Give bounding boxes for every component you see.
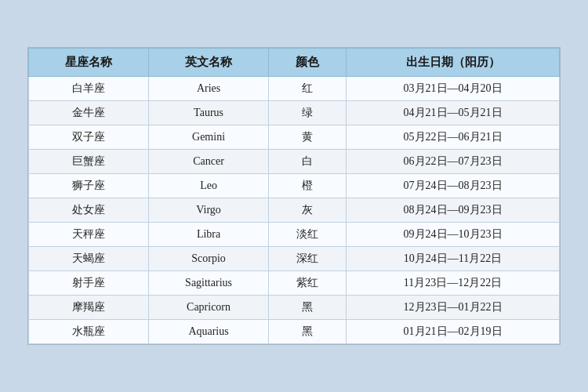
- cell-english-name: Scorpio: [149, 247, 269, 271]
- cell-dates: 07月24日—08月23日: [347, 174, 560, 198]
- col-header-chinese: 星座名称: [29, 49, 149, 77]
- table-row: 水瓶座Aquarius黑01月21日—02月19日: [29, 320, 560, 344]
- col-header-dates: 出生日期（阳历）: [347, 49, 560, 77]
- table-row: 射手座Sagittarius紫红11月23日—12月22日: [29, 271, 560, 296]
- col-header-color: 颜色: [269, 49, 347, 77]
- cell-english-name: Sagittarius: [149, 271, 269, 296]
- cell-chinese-name: 摩羯座: [29, 296, 149, 320]
- cell-color: 白: [269, 150, 347, 174]
- cell-english-name: Libra: [149, 223, 269, 247]
- cell-english-name: Capricorn: [149, 296, 269, 320]
- cell-english-name: Aries: [149, 77, 269, 101]
- cell-chinese-name: 白羊座: [29, 77, 149, 101]
- cell-chinese-name: 水瓶座: [29, 320, 149, 344]
- zodiac-table: 星座名称 英文名称 颜色 出生日期（阳历） 白羊座Aries红03月21日—04…: [28, 48, 560, 344]
- cell-color: 灰: [269, 198, 347, 223]
- cell-chinese-name: 射手座: [29, 271, 149, 296]
- table-row: 巨蟹座Cancer白06月22日—07月23日: [29, 150, 560, 174]
- table-row: 天蝎座Scorpio深红10月24日—11月22日: [29, 247, 560, 271]
- cell-dates: 06月22日—07月23日: [347, 150, 560, 174]
- cell-color: 黑: [269, 296, 347, 320]
- cell-dates: 05月22日—06月21日: [347, 125, 560, 150]
- cell-english-name: Aquarius: [149, 320, 269, 344]
- table-body: 白羊座Aries红03月21日—04月20日金牛座Taurus绿04月21日—0…: [29, 77, 560, 344]
- cell-english-name: Taurus: [149, 101, 269, 125]
- cell-dates: 09月24日—10月23日: [347, 223, 560, 247]
- cell-chinese-name: 天秤座: [29, 223, 149, 247]
- cell-color: 深红: [269, 247, 347, 271]
- table-row: 白羊座Aries红03月21日—04月20日: [29, 77, 560, 101]
- cell-chinese-name: 双子座: [29, 125, 149, 150]
- cell-dates: 11月23日—12月22日: [347, 271, 560, 296]
- cell-dates: 04月21日—05月21日: [347, 101, 560, 125]
- table-row: 双子座Gemini黄05月22日—06月21日: [29, 125, 560, 150]
- cell-english-name: Virgo: [149, 198, 269, 223]
- table-header-row: 星座名称 英文名称 颜色 出生日期（阳历）: [29, 49, 560, 77]
- col-header-english: 英文名称: [149, 49, 269, 77]
- cell-color: 黑: [269, 320, 347, 344]
- cell-english-name: Gemini: [149, 125, 269, 150]
- cell-dates: 01月21日—02月19日: [347, 320, 560, 344]
- cell-dates: 10月24日—11月22日: [347, 247, 560, 271]
- cell-chinese-name: 金牛座: [29, 101, 149, 125]
- cell-chinese-name: 巨蟹座: [29, 150, 149, 174]
- table-row: 摩羯座Capricorn黑12月23日—01月22日: [29, 296, 560, 320]
- cell-color: 黄: [269, 125, 347, 150]
- cell-english-name: Leo: [149, 174, 269, 198]
- cell-chinese-name: 天蝎座: [29, 247, 149, 271]
- cell-color: 橙: [269, 174, 347, 198]
- cell-color: 红: [269, 77, 347, 101]
- table-row: 天秤座Libra淡红09月24日—10月23日: [29, 223, 560, 247]
- table-row: 狮子座Leo橙07月24日—08月23日: [29, 174, 560, 198]
- cell-color: 绿: [269, 101, 347, 125]
- cell-dates: 08月24日—09月23日: [347, 198, 560, 223]
- cell-chinese-name: 狮子座: [29, 174, 149, 198]
- cell-dates: 12月23日—01月22日: [347, 296, 560, 320]
- cell-english-name: Cancer: [149, 150, 269, 174]
- table-row: 处女座Virgo灰08月24日—09月23日: [29, 198, 560, 223]
- zodiac-table-container: 星座名称 英文名称 颜色 出生日期（阳历） 白羊座Aries红03月21日—04…: [27, 47, 561, 345]
- cell-dates: 03月21日—04月20日: [347, 77, 560, 101]
- cell-chinese-name: 处女座: [29, 198, 149, 223]
- cell-color: 紫红: [269, 271, 347, 296]
- cell-color: 淡红: [269, 223, 347, 247]
- table-row: 金牛座Taurus绿04月21日—05月21日: [29, 101, 560, 125]
